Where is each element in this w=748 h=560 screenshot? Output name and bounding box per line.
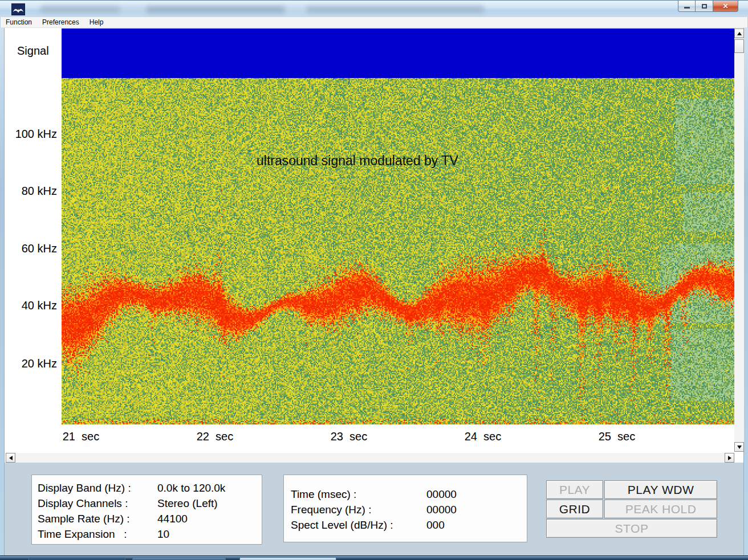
time-tick-21sec: 21 sec (50, 430, 112, 443)
taskbar-button[interactable] (239, 557, 336, 560)
scroll-left-button[interactable] (6, 453, 15, 463)
display-channels-value: Stereo (Left) (157, 496, 218, 511)
scroll-right-button[interactable] (725, 453, 734, 463)
freq-tick-100khz: 100 kHz (5, 128, 57, 141)
time-tick-24sec: 24 sec (452, 430, 514, 443)
time-expansion-row: Time Expansion : 10 (38, 526, 262, 542)
status-panel: Display Band (Hz) : 0.0k to 120.0k Displ… (5, 463, 743, 555)
stop-button: STOP (546, 519, 717, 538)
frequency-readout-row: Frequency (Hz) : 00000 (291, 502, 527, 517)
spectrogram-annotation: ultrasound signal modulated by TV (257, 153, 458, 169)
time-readout-label: Time (msec) : (291, 487, 426, 502)
freq-tick-20khz: 20 kHz (5, 357, 57, 370)
time-expansion-value: 10 (157, 526, 169, 542)
scroll-down-button[interactable] (734, 442, 744, 452)
spect-level-value: 000 (426, 517, 445, 533)
display-channels-label: Display Channels : (38, 496, 157, 511)
signal-label: Signal (17, 44, 49, 58)
time-tick-22sec: 22 sec (184, 430, 246, 443)
maximize-icon (702, 4, 707, 9)
sample-rate-label: Sample Rate (Hz) : (38, 511, 157, 526)
vertical-scrollbar[interactable] (734, 28, 744, 452)
spectrogram-canvas[interactable] (62, 78, 734, 424)
display-band-label: Display Band (Hz) : (38, 480, 157, 496)
time-tick-25sec: 25 sec (586, 430, 648, 443)
window-frame-left (0, 28, 5, 555)
close-icon: ✕ (722, 2, 728, 10)
taskbar-strip (0, 555, 748, 560)
close-button[interactable]: ✕ (713, 1, 738, 12)
vertical-scroll-thumb[interactable] (734, 39, 744, 53)
scroll-up-button[interactable] (734, 28, 744, 38)
display-band-value: 0.0k to 120.0k (157, 480, 225, 496)
display-info-panel: Display Band (Hz) : 0.0k to 120.0k Displ… (31, 475, 262, 545)
window-title-redacted (40, 6, 485, 13)
arrow-right-icon (728, 456, 731, 460)
grid-button[interactable]: GRID (546, 500, 603, 518)
menu-item-help[interactable]: Help (84, 17, 109, 27)
play-wdw-button[interactable]: PLAY WDW (604, 480, 717, 499)
sample-rate-row: Sample Rate (Hz) : 44100 (38, 511, 262, 526)
frequency-readout-value: 00000 (426, 502, 457, 517)
window-frame-right (743, 28, 748, 555)
time-readout-row: Time (msec) : 00000 (291, 487, 527, 502)
spect-level-row: Spect Level (dB/Hz) : 000 (291, 517, 527, 533)
menu-item-preferences[interactable]: Preferences (37, 17, 84, 27)
peak-hold-button: PEAK HOLD (604, 500, 717, 518)
spect-level-label: Spect Level (dB/Hz) : (291, 517, 426, 533)
taskbar-button[interactable] (29, 557, 125, 560)
maximize-button[interactable] (696, 1, 713, 12)
display-band-row: Display Band (Hz) : 0.0k to 120.0k (38, 480, 262, 496)
titlebar[interactable]: ✕ (0, 0, 748, 17)
time-expansion-label: Time Expansion : (38, 526, 157, 542)
sample-rate-value: 44100 (157, 511, 188, 526)
arrow-up-icon (737, 32, 742, 35)
arrow-left-icon (9, 456, 13, 460)
arrow-down-icon (737, 445, 742, 449)
freq-tick-60khz: 60 kHz (5, 242, 57, 255)
time-tick-23sec: 23 sec (318, 430, 380, 443)
menu-bar: Function Preferences Help (1, 17, 747, 28)
taskbar-button[interactable] (132, 557, 226, 560)
cursor-info-panel: Time (msec) : 00000 Frequency (Hz) : 000… (283, 475, 527, 542)
display-channels-row: Display Channels : Stereo (Left) (38, 496, 262, 511)
play-button: PLAY (546, 480, 603, 499)
application-window: ✕ Function Preferences Help Signal ultra… (0, 0, 748, 560)
frequency-readout-label: Frequency (Hz) : (291, 502, 426, 517)
spectrogram-panel: ultrasound signal modulated by TV (62, 78, 734, 424)
freq-tick-80khz: 80 kHz (5, 185, 57, 198)
time-readout-value: 00000 (426, 487, 457, 502)
minimize-icon (684, 7, 690, 9)
freq-tick-40khz: 40 kHz (5, 299, 57, 312)
bat-logo-icon (11, 3, 25, 15)
oscillogram-band[interactable] (62, 28, 734, 78)
minimize-button[interactable] (678, 1, 696, 12)
menu-item-function[interactable]: Function (1, 17, 37, 27)
horizontal-scrollbar[interactable] (6, 453, 734, 463)
